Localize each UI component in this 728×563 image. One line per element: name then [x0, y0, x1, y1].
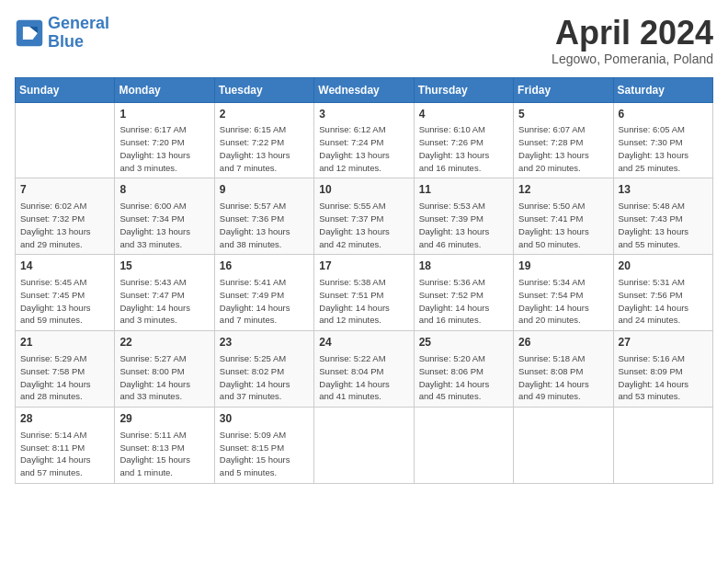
day-info: Sunrise: 6:02 AMSunset: 7:32 PMDaylight:… [20, 200, 109, 250]
calendar-week-row: 14Sunrise: 5:45 AMSunset: 7:45 PMDayligh… [16, 255, 713, 331]
day-info: Sunrise: 6:10 AMSunset: 7:26 PMDaylight:… [419, 123, 508, 174]
calendar-cell [314, 408, 414, 484]
title-block: April 2024 Legowo, Pomerania, Poland [552, 15, 713, 66]
day-number: 17 [319, 259, 408, 274]
day-number: 8 [119, 182, 209, 198]
calendar-cell: 14Sunrise: 5:45 AMSunset: 7:45 PMDayligh… [16, 255, 115, 331]
day-info: Sunrise: 6:15 AMSunset: 7:22 PMDaylight:… [220, 123, 309, 174]
day-number: 15 [119, 259, 209, 274]
calendar-cell: 26Sunrise: 5:18 AMSunset: 8:08 PMDayligh… [514, 331, 613, 408]
calendar-cell: 27Sunrise: 5:16 AMSunset: 8:09 PMDayligh… [613, 331, 712, 408]
calendar-cell: 10Sunrise: 5:55 AMSunset: 7:37 PMDayligh… [314, 178, 414, 255]
day-number: 6 [619, 107, 708, 122]
day-number: 20 [619, 259, 708, 274]
day-info: Sunrise: 5:55 AMSunset: 7:37 PMDaylight:… [319, 200, 408, 250]
calendar-cell [613, 408, 712, 484]
day-info: Sunrise: 6:12 AMSunset: 7:24 PMDaylight:… [319, 123, 408, 174]
day-number: 29 [119, 411, 209, 427]
calendar-cell [414, 408, 513, 484]
calendar-cell: 30Sunrise: 5:09 AMSunset: 8:15 PMDayligh… [214, 408, 313, 484]
day-number: 5 [518, 107, 608, 122]
day-info: Sunrise: 5:50 AMSunset: 7:41 PMDaylight:… [518, 200, 608, 250]
day-info: Sunrise: 5:31 AMSunset: 7:56 PMDaylight:… [619, 276, 708, 327]
day-info: Sunrise: 5:38 AMSunset: 7:51 PMDaylight:… [319, 276, 408, 327]
day-number: 4 [419, 107, 508, 122]
day-info: Sunrise: 5:22 AMSunset: 8:04 PMDaylight:… [319, 352, 408, 403]
month-title: April 2024 [552, 15, 713, 52]
calendar-cell: 22Sunrise: 5:27 AMSunset: 8:00 PMDayligh… [115, 331, 214, 408]
day-number: 1 [119, 107, 209, 122]
day-number: 14 [20, 259, 109, 274]
calendar-week-row: 28Sunrise: 5:14 AMSunset: 8:11 PMDayligh… [16, 408, 713, 484]
calendar-cell: 17Sunrise: 5:38 AMSunset: 7:51 PMDayligh… [314, 255, 414, 331]
day-info: Sunrise: 5:11 AMSunset: 8:13 PMDaylight:… [119, 429, 209, 479]
calendar-cell: 28Sunrise: 5:14 AMSunset: 8:11 PMDayligh… [16, 408, 115, 484]
logo-line1: General [48, 14, 109, 32]
day-number: 23 [220, 335, 309, 350]
calendar-cell: 21Sunrise: 5:29 AMSunset: 7:58 PMDayligh… [16, 331, 115, 408]
day-number: 7 [20, 182, 109, 198]
day-number: 13 [619, 182, 708, 198]
calendar-cell: 25Sunrise: 5:20 AMSunset: 8:06 PMDayligh… [414, 331, 513, 408]
calendar-cell: 18Sunrise: 5:36 AMSunset: 7:52 PMDayligh… [414, 255, 513, 331]
day-info: Sunrise: 5:18 AMSunset: 8:08 PMDaylight:… [518, 352, 608, 403]
location: Legowo, Pomerania, Poland [552, 52, 713, 66]
calendar-cell: 2Sunrise: 6:15 AMSunset: 7:22 PMDaylight… [214, 102, 313, 178]
weekday-header: Sunday [16, 77, 115, 102]
day-number: 10 [319, 182, 408, 198]
day-info: Sunrise: 5:48 AMSunset: 7:43 PMDaylight:… [619, 200, 708, 250]
calendar-cell: 23Sunrise: 5:25 AMSunset: 8:02 PMDayligh… [214, 331, 313, 408]
day-info: Sunrise: 5:20 AMSunset: 8:06 PMDaylight:… [419, 352, 508, 403]
logo-line2: Blue [48, 32, 84, 51]
calendar-cell: 9Sunrise: 5:57 AMSunset: 7:36 PMDaylight… [214, 178, 313, 255]
calendar-cell: 15Sunrise: 5:43 AMSunset: 7:47 PMDayligh… [115, 255, 214, 331]
day-number: 2 [220, 107, 309, 122]
calendar-cell: 5Sunrise: 6:07 AMSunset: 7:28 PMDaylight… [514, 102, 613, 178]
day-info: Sunrise: 5:45 AMSunset: 7:45 PMDaylight:… [20, 276, 109, 327]
calendar-week-row: 21Sunrise: 5:29 AMSunset: 7:58 PMDayligh… [16, 331, 713, 408]
day-info: Sunrise: 6:05 AMSunset: 7:30 PMDaylight:… [619, 123, 708, 174]
day-number: 30 [220, 411, 309, 427]
day-number: 12 [518, 182, 608, 198]
day-number: 22 [119, 335, 209, 350]
day-number: 9 [220, 182, 309, 198]
day-info: Sunrise: 5:57 AMSunset: 7:36 PMDaylight:… [220, 200, 309, 250]
calendar-cell: 6Sunrise: 6:05 AMSunset: 7:30 PMDaylight… [613, 102, 712, 178]
calendar-cell: 19Sunrise: 5:34 AMSunset: 7:54 PMDayligh… [514, 255, 613, 331]
day-info: Sunrise: 6:17 AMSunset: 7:20 PMDaylight:… [119, 123, 209, 174]
day-number: 11 [419, 182, 508, 198]
day-number: 27 [619, 335, 708, 350]
day-number: 24 [319, 335, 408, 350]
calendar-cell: 1Sunrise: 6:17 AMSunset: 7:20 PMDaylight… [115, 102, 214, 178]
calendar-cell: 8Sunrise: 6:00 AMSunset: 7:34 PMDaylight… [115, 178, 214, 255]
day-info: Sunrise: 5:09 AMSunset: 8:15 PMDaylight:… [220, 429, 309, 479]
weekday-header: Tuesday [214, 77, 313, 102]
calendar-cell [16, 102, 115, 178]
day-info: Sunrise: 5:53 AMSunset: 7:39 PMDaylight:… [419, 200, 508, 250]
weekday-header: Wednesday [314, 77, 414, 102]
day-info: Sunrise: 5:43 AMSunset: 7:47 PMDaylight:… [119, 276, 209, 327]
calendar-table: SundayMondayTuesdayWednesdayThursdayFrid… [15, 77, 713, 484]
calendar-cell: 11Sunrise: 5:53 AMSunset: 7:39 PMDayligh… [414, 178, 513, 255]
day-number: 3 [319, 107, 408, 122]
day-number: 19 [518, 259, 608, 274]
calendar-cell: 20Sunrise: 5:31 AMSunset: 7:56 PMDayligh… [613, 255, 712, 331]
day-number: 21 [20, 335, 109, 350]
day-number: 16 [220, 259, 309, 274]
day-info: Sunrise: 6:00 AMSunset: 7:34 PMDaylight:… [119, 200, 209, 250]
day-info: Sunrise: 5:34 AMSunset: 7:54 PMDaylight:… [518, 276, 608, 327]
day-info: Sunrise: 5:29 AMSunset: 7:58 PMDaylight:… [20, 352, 109, 403]
weekday-header: Friday [514, 77, 613, 102]
day-info: Sunrise: 6:07 AMSunset: 7:28 PMDaylight:… [518, 123, 608, 174]
day-info: Sunrise: 5:36 AMSunset: 7:52 PMDaylight:… [419, 276, 508, 327]
calendar-cell: 7Sunrise: 6:02 AMSunset: 7:32 PMDaylight… [16, 178, 115, 255]
day-info: Sunrise: 5:27 AMSunset: 8:00 PMDaylight:… [119, 352, 209, 403]
calendar-cell: 16Sunrise: 5:41 AMSunset: 7:49 PMDayligh… [214, 255, 313, 331]
logo-text: General Blue [48, 15, 109, 52]
weekday-header: Saturday [613, 77, 712, 102]
day-info: Sunrise: 5:16 AMSunset: 8:09 PMDaylight:… [619, 352, 708, 403]
calendar-cell: 29Sunrise: 5:11 AMSunset: 8:13 PMDayligh… [115, 408, 214, 484]
day-info: Sunrise: 5:25 AMSunset: 8:02 PMDaylight:… [220, 352, 309, 403]
logo: General Blue [15, 15, 109, 52]
calendar-cell: 12Sunrise: 5:50 AMSunset: 7:41 PMDayligh… [514, 178, 613, 255]
